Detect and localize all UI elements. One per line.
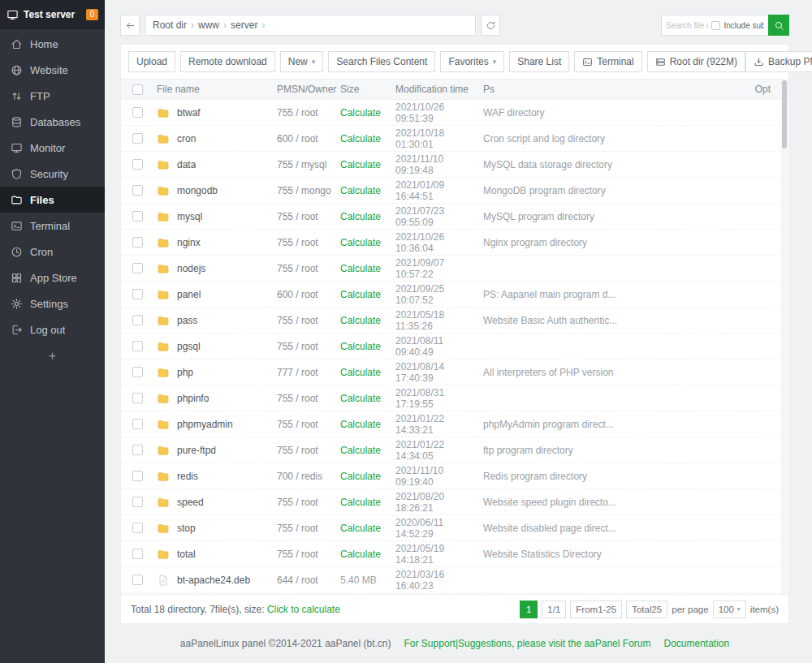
table-row[interactable]: phpmyadmin755 / rootCalculate2021/01/22 … (121, 411, 788, 437)
ps-note[interactable]: phpMyAdmin program direct... (483, 419, 736, 430)
calculate-link[interactable]: Calculate (340, 315, 381, 326)
ps-note[interactable]: WAF directory (483, 107, 736, 118)
table-row[interactable]: nginx755 / rootCalculate2021/10/26 10:36… (121, 230, 788, 256)
table-row[interactable]: mongodb755 / mongoCalculate2021/01/09 16… (121, 178, 788, 204)
row-checkbox[interactable] (132, 159, 143, 170)
table-row[interactable]: pure-ftpd755 / rootCalculate2021/01/22 1… (121, 437, 788, 463)
page-1-button[interactable]: 1 (520, 601, 538, 618)
row-checkbox[interactable] (132, 575, 143, 585)
ps-note[interactable]: Redis program directory (483, 471, 736, 482)
column-modification-time[interactable]: Modification time (395, 84, 483, 95)
row-checkbox[interactable] (132, 315, 143, 325)
ps-note[interactable]: All interpreters of PHP version (483, 367, 736, 378)
share-list-button[interactable]: Share List (509, 51, 569, 72)
search-button[interactable] (768, 15, 789, 36)
calculate-link[interactable]: Calculate (340, 445, 381, 456)
favorites-button[interactable]: Favorites▾ (440, 51, 504, 72)
sidebar-item-app-store[interactable]: App Store (0, 265, 105, 291)
calculate-link[interactable]: Calculate (340, 289, 381, 300)
calculate-link[interactable]: Calculate (340, 107, 381, 118)
row-checkbox[interactable] (132, 185, 143, 196)
remote-download-button[interactable]: Remote download (180, 51, 275, 72)
ps-note[interactable]: Website disabled page direct... (483, 523, 736, 534)
table-row[interactable]: stop755 / rootCalculate2020/06/11 14:52:… (121, 515, 788, 541)
scrollbar-thumb[interactable] (782, 80, 787, 149)
file-name[interactable]: mysql (177, 211, 202, 222)
column-pmsn-owner[interactable]: PMSN/Owner (277, 84, 340, 95)
calculate-link[interactable]: Calculate (340, 497, 381, 508)
calculate-link[interactable]: Calculate (340, 393, 381, 404)
notification-badge[interactable]: 0 (86, 9, 98, 20)
row-checkbox[interactable] (132, 263, 143, 273)
column-ps[interactable]: Ps (483, 84, 736, 95)
row-checkbox[interactable] (132, 211, 143, 222)
table-row[interactable]: pass755 / rootCalculate2021/05/18 11:35:… (121, 308, 788, 334)
include-subdir-checkbox[interactable] (711, 21, 720, 30)
table-row[interactable]: nodejs755 / rootCalculate2021/09/07 10:5… (121, 256, 788, 282)
ps-note[interactable]: MySQL data storage directory (483, 159, 736, 170)
sidebar-item-security[interactable]: Security (0, 161, 105, 187)
table-row[interactable]: redis700 / redisCalculate2021/11/10 09:1… (121, 463, 788, 489)
calculate-link[interactable]: Calculate (340, 419, 381, 430)
row-checkbox[interactable] (132, 471, 143, 481)
column-size[interactable]: Size (340, 84, 395, 95)
file-name[interactable]: speed (177, 497, 204, 508)
calculate-link[interactable]: Calculate (340, 367, 381, 378)
ps-note[interactable]: ftp program directory (483, 445, 736, 456)
search-files-content-button[interactable]: Search Files Content (328, 51, 435, 72)
file-name[interactable]: pure-ftpd (177, 445, 216, 456)
ps-note[interactable]: Website Basic Auth authentic... (483, 315, 736, 326)
table-row[interactable]: cron600 / rootCalculate2021/10/18 01:30:… (121, 126, 788, 152)
row-checkbox[interactable] (132, 497, 143, 507)
calculate-link[interactable]: Calculate (340, 471, 381, 482)
ps-note[interactable]: MongoDB program directory (483, 185, 736, 196)
table-row[interactable]: panel600 / rootCalculate2021/09/25 10:07… (121, 282, 788, 308)
root-dir-922m-button[interactable]: Root dir (922M) (647, 51, 745, 72)
terminal-button[interactable]: Terminal (574, 51, 641, 72)
file-name[interactable]: bt-apache24.deb (177, 575, 250, 586)
calculate-link[interactable]: Calculate (340, 549, 381, 560)
sidebar-item-cron[interactable]: Cron (0, 239, 105, 265)
file-name[interactable]: php (177, 367, 193, 378)
file-name[interactable]: nginx (177, 237, 201, 248)
table-row[interactable]: pgsql755 / rootCalculate2021/08/11 09:40… (121, 334, 788, 359)
row-checkbox[interactable] (132, 419, 143, 429)
backup-pmsn-button[interactable]: Backup PMSN (745, 51, 812, 72)
column-file-name[interactable]: File name (153, 84, 277, 95)
file-name[interactable]: nodejs (177, 263, 205, 274)
click-to-calculate-link[interactable]: Click to calculate (267, 604, 340, 615)
table-row[interactable]: phpinfo755 / rootCalculate2021/08/31 17:… (121, 385, 788, 411)
row-checkbox[interactable] (132, 341, 143, 351)
row-checkbox[interactable] (132, 237, 143, 248)
table-row[interactable]: speed755 / rootCalculate2021/08/20 18:26… (121, 489, 788, 515)
ps-note[interactable]: MySQL program directory (483, 211, 736, 222)
ps-note[interactable]: Website speed plugin directo... (483, 497, 736, 508)
calculate-link[interactable]: Calculate (340, 159, 381, 170)
table-row[interactable]: mysql755 / rootCalculate2021/07/23 09:55… (121, 204, 788, 230)
calculate-link[interactable]: Calculate (340, 237, 381, 248)
upload-button[interactable]: Upload (128, 51, 175, 72)
sidebar-item-ftp[interactable]: FTP (0, 83, 105, 109)
file-name[interactable]: cron (177, 133, 196, 144)
documentation-link[interactable]: Documentation (663, 638, 729, 649)
back-button[interactable] (120, 15, 140, 36)
sidebar-item-website[interactable]: Website (0, 57, 105, 83)
row-checkbox[interactable] (132, 289, 143, 299)
search-input[interactable] (666, 21, 708, 30)
calculate-link[interactable]: Calculate (340, 523, 381, 534)
sidebar-item-terminal[interactable]: Terminal (0, 213, 105, 239)
table-row[interactable]: php777 / rootCalculate2021/08/14 17:40:3… (121, 359, 788, 385)
file-name[interactable]: redis (177, 471, 198, 482)
breadcrumb-item[interactable]: Root dir (153, 19, 187, 31)
row-checkbox[interactable] (132, 367, 143, 377)
calculate-link[interactable]: Calculate (340, 263, 381, 274)
file-name[interactable]: btwaf (177, 107, 201, 118)
row-checkbox[interactable] (132, 107, 143, 118)
table-row[interactable]: data755 / mysqlCalculate2021/11/10 09:19… (121, 152, 788, 178)
table-row[interactable]: total755 / rootCalculate2021/05/19 14:18… (121, 541, 788, 567)
scrollbar[interactable] (781, 79, 788, 594)
select-all-checkbox[interactable] (132, 84, 143, 95)
file-name[interactable]: total (177, 549, 196, 560)
sidebar-item-files[interactable]: Files (0, 187, 105, 213)
sidebar-item-databases[interactable]: Databases (0, 109, 105, 135)
